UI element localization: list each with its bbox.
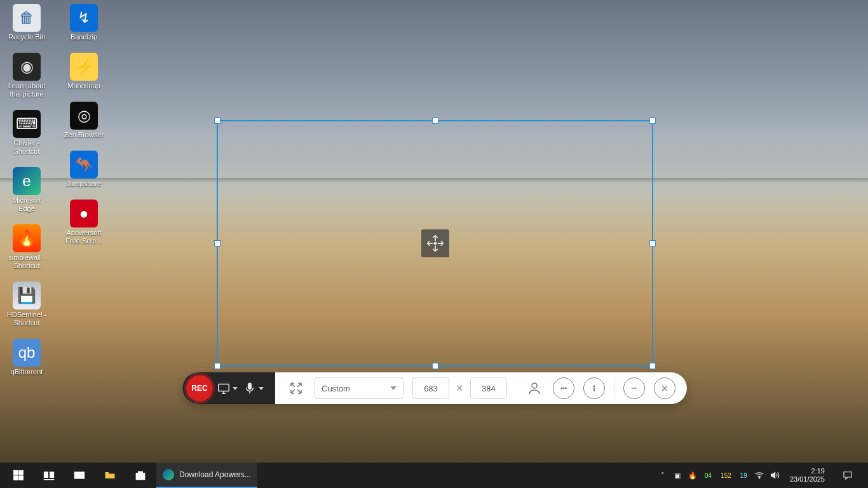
taskbar-task-edge[interactable]: Download Apowers... bbox=[156, 463, 257, 488]
resize-handle-tr[interactable] bbox=[649, 118, 656, 124]
desktop-icon-label: Recycle Bin bbox=[8, 33, 45, 41]
monitor-icon bbox=[217, 381, 231, 395]
system-tray: ˄ ▣ 🔥 04 152 19 2:19 23/01/2025 bbox=[654, 463, 864, 488]
drive-icon: 💾 bbox=[13, 281, 41, 309]
resize-handle-l[interactable] bbox=[214, 240, 220, 247]
desktop-icon-edge[interactable]: e Microsoft Edge bbox=[4, 167, 50, 213]
desktop-icon-label: Learn about this picture bbox=[4, 82, 50, 98]
tray-app-icon[interactable]: ▣ bbox=[672, 470, 682, 480]
task-label: Download Apowers... bbox=[179, 470, 251, 479]
size-preset-select[interactable]: Custom bbox=[315, 377, 403, 399]
record-button[interactable]: REC bbox=[186, 375, 213, 402]
volume-icon[interactable] bbox=[770, 470, 780, 480]
times-icon: ✕ bbox=[456, 383, 464, 394]
webcam-button[interactable] bbox=[525, 379, 544, 398]
svg-rect-15 bbox=[50, 472, 54, 477]
task-view-button[interactable] bbox=[34, 463, 64, 488]
close-button[interactable] bbox=[654, 377, 675, 399]
desktop-icon-jumpshare[interactable]: 🦘 Jumpshare bbox=[61, 151, 107, 188]
monosnap-icon: ⚡ bbox=[70, 53, 98, 81]
dimension-inputs: ✕ bbox=[412, 377, 507, 399]
zen-icon: ◎ bbox=[70, 102, 98, 130]
folder-icon bbox=[104, 469, 116, 482]
svg-point-9 bbox=[593, 390, 595, 391]
close-icon bbox=[660, 383, 670, 393]
flame-icon: 🔥 bbox=[13, 224, 41, 252]
pinned-mail-button[interactable] bbox=[65, 463, 94, 488]
tray-mem-badge[interactable]: 19 bbox=[738, 472, 749, 479]
desktop-icon-bandizip[interactable]: ↯ Bandizip bbox=[61, 4, 107, 41]
desktop-icon-monosnap[interactable]: ⚡ Monosnap bbox=[61, 53, 107, 90]
desktop-icon-label: Jumpshare bbox=[67, 180, 101, 188]
dots-icon bbox=[559, 383, 569, 393]
resize-handle-tl[interactable] bbox=[214, 118, 220, 124]
picture-icon: ◉ bbox=[13, 53, 41, 81]
audio-source-button[interactable] bbox=[241, 379, 265, 398]
recorder-controls: REC bbox=[182, 372, 275, 404]
tray-overflow-button[interactable]: ˄ bbox=[658, 471, 667, 480]
svg-point-17 bbox=[759, 477, 760, 478]
jumpshare-icon: 🦘 bbox=[70, 151, 98, 179]
qb-icon: qb bbox=[13, 339, 41, 367]
svg-rect-10 bbox=[14, 471, 18, 475]
desktop-icons: 🗑 Recycle Bin ◉ Learn about this picture… bbox=[4, 4, 107, 376]
taskbar: Download Apowers... ˄ ▣ 🔥 04 152 19 2:19… bbox=[0, 463, 868, 488]
desktop-icon-label: Zen Browser bbox=[64, 131, 104, 139]
resize-handle-b[interactable] bbox=[432, 363, 438, 369]
record-icon: ● bbox=[70, 200, 98, 227]
move-handle[interactable] bbox=[421, 229, 449, 257]
resize-handle-bl[interactable] bbox=[214, 363, 220, 369]
chevron-down-icon bbox=[390, 386, 397, 390]
resize-handle-t[interactable] bbox=[432, 118, 438, 124]
fullscreen-icon bbox=[288, 381, 304, 396]
keyboard-icon: ⌨ bbox=[13, 110, 41, 138]
desktop-icon-label: Microsoft Edge bbox=[4, 196, 50, 213]
move-icon bbox=[426, 234, 445, 253]
pinned-store-button[interactable] bbox=[126, 463, 155, 488]
svg-rect-1 bbox=[219, 384, 229, 391]
resize-handle-br[interactable] bbox=[649, 363, 656, 369]
mail-icon bbox=[73, 469, 86, 482]
action-center-button[interactable] bbox=[835, 463, 860, 488]
desktop-icon-label: HDSentinel - Shortcut bbox=[4, 311, 50, 327]
wifi-icon[interactable] bbox=[754, 470, 764, 480]
desktop-icon-simplewall[interactable]: 🔥 simplewall - Shortcut bbox=[4, 224, 50, 270]
desktop-icon-label: Clavier - Shortcut bbox=[4, 139, 50, 156]
svg-rect-13 bbox=[19, 476, 24, 480]
desktop-icon-label: Bandizip bbox=[71, 33, 97, 41]
tray-cpu-badge[interactable]: 152 bbox=[719, 472, 733, 479]
resize-handle-r[interactable] bbox=[649, 240, 656, 247]
store-icon bbox=[134, 469, 147, 482]
svg-point-4 bbox=[561, 388, 562, 389]
svg-point-0 bbox=[434, 243, 436, 245]
desktop-icon-apowersoft[interactable]: ● Apowersoft Free Scre... bbox=[61, 200, 107, 245]
clock-time: 2:19 bbox=[790, 467, 825, 475]
svg-rect-11 bbox=[19, 471, 24, 475]
tray-gpu-badge[interactable]: 04 bbox=[703, 472, 714, 479]
more-button[interactable] bbox=[583, 377, 605, 399]
width-input[interactable] bbox=[412, 377, 449, 399]
desktop-icon-qbittorrent[interactable]: qb qBittorrent bbox=[4, 339, 50, 376]
desktop-icon-recycle-bin[interactable]: 🗑 Recycle Bin bbox=[4, 4, 50, 41]
bandizip-icon: ↯ bbox=[70, 4, 98, 32]
desktop-icon-hdsentinel[interactable]: 💾 HDSentinel - Shortcut bbox=[4, 281, 50, 327]
desktop-icon-clavier[interactable]: ⌨ Clavier - Shortcut bbox=[4, 110, 50, 156]
chevron-down-icon bbox=[259, 387, 264, 390]
desktop-icon-learn-about[interactable]: ◉ Learn about this picture bbox=[4, 53, 50, 98]
height-input[interactable] bbox=[470, 377, 507, 399]
desktop-icon-zen[interactable]: ◎ Zen Browser bbox=[61, 102, 107, 139]
desktop-icon-label: simplewall - Shortcut bbox=[4, 254, 50, 270]
microphone-icon bbox=[243, 381, 257, 395]
svg-rect-12 bbox=[14, 476, 18, 480]
size-preset-value: Custom bbox=[322, 384, 350, 393]
clock-date: 23/01/2025 bbox=[790, 475, 825, 484]
pinned-explorer-button[interactable] bbox=[95, 463, 125, 488]
fullscreen-button[interactable] bbox=[287, 379, 306, 398]
minimize-button[interactable] bbox=[623, 377, 645, 399]
tray-flame-icon[interactable]: 🔥 bbox=[688, 470, 698, 480]
start-button[interactable] bbox=[4, 463, 33, 488]
taskbar-clock[interactable]: 2:19 23/01/2025 bbox=[785, 467, 830, 484]
screen-source-button[interactable] bbox=[215, 379, 239, 398]
annotate-button[interactable] bbox=[553, 377, 574, 399]
desktop-icon-label: qBittorrent bbox=[11, 368, 43, 376]
